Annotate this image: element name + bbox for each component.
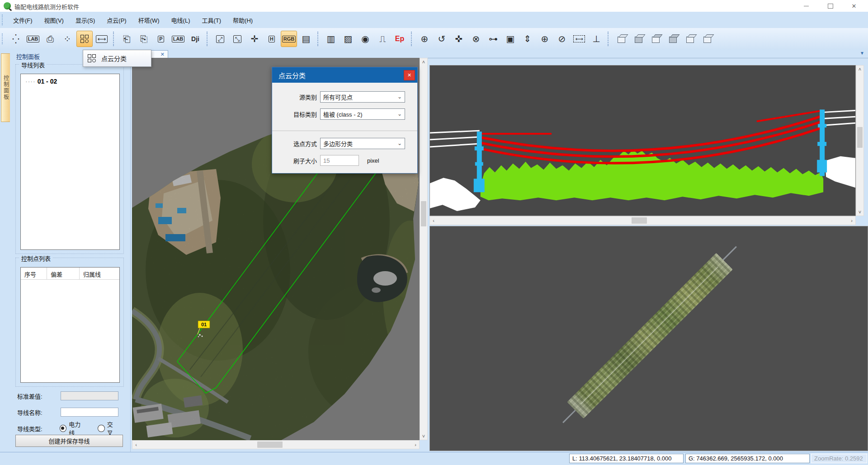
- scroll-down-icon[interactable]: ˅: [856, 208, 863, 216]
- docked-panel-tab[interactable]: 控制面板: [1, 53, 11, 122]
- table-column-header[interactable]: 归属线: [80, 268, 119, 279]
- cube-view-1-button[interactable]: [613, 31, 629, 47]
- restore-button[interactable]: [820, 0, 841, 12]
- wire-name-input[interactable]: [61, 408, 118, 417]
- image-view-icon: ▤: [302, 34, 311, 43]
- ep-button[interactable]: Ep: [392, 31, 408, 47]
- area-measure-button[interactable]: ▨: [340, 31, 356, 47]
- menu-view[interactable]: 视图(V): [38, 14, 70, 26]
- histogram-report-button[interactable]: ⎍: [374, 31, 391, 47]
- height-color-button[interactable]: H: [264, 31, 280, 47]
- profile-horizontal-scrollbar[interactable]: ‹ ›: [429, 216, 856, 225]
- source-class-select[interactable]: 所有可见点 ⌄: [320, 91, 405, 103]
- std-dev-input[interactable]: [61, 391, 118, 400]
- profile-vertical-scrollbar[interactable]: ˄ ˅: [856, 65, 864, 216]
- width-measure-button[interactable]: ⟷: [94, 31, 110, 47]
- open-project-button[interactable]: ⎗: [118, 31, 135, 47]
- point-cloud-classify-button[interactable]: [76, 31, 93, 47]
- table-column-header[interactable]: 序号: [21, 268, 47, 279]
- stamp-classify-button[interactable]: ⎙: [42, 31, 58, 47]
- table-column-header[interactable]: 偏差: [47, 268, 80, 279]
- menu-display[interactable]: 显示(S): [70, 14, 101, 26]
- dialog-close-button[interactable]: ✕: [404, 70, 415, 80]
- menu-tower[interactable]: 杆塔(W): [132, 14, 165, 26]
- remove-circle-button[interactable]: ⊘: [554, 31, 570, 47]
- cube-view-4-button[interactable]: [665, 31, 681, 47]
- cube-view-5-button[interactable]: [682, 31, 698, 47]
- menu-pointcloud[interactable]: 点云(P): [101, 14, 132, 26]
- pan-hand-icon: ✛: [251, 34, 259, 43]
- target-class-select[interactable]: 植被 (class - 2) ⌄: [320, 108, 405, 120]
- fit-view-icon: ⤡: [233, 35, 241, 43]
- menu-file[interactable]: 文件(F): [7, 14, 38, 26]
- tab-list-dropdown-icon[interactable]: ▼: [860, 51, 864, 56]
- topdown-view-canvas[interactable]: [429, 226, 868, 451]
- vertical-range-button[interactable]: ⇕: [519, 31, 536, 47]
- scroll-left-icon[interactable]: ‹: [132, 441, 140, 448]
- zoom-in-point-button[interactable]: ⊕: [416, 31, 433, 47]
- undo-view-button[interactable]: ↺: [434, 31, 450, 47]
- wire-list-group: 导线列表 ····01 - 02: [15, 64, 124, 254]
- scroll-down-icon[interactable]: ˅: [420, 432, 427, 440]
- scroll-right-icon[interactable]: ›: [412, 441, 419, 448]
- wire-listbox[interactable]: ····01 - 02: [20, 74, 120, 250]
- save-button[interactable]: ⎘: [136, 31, 152, 47]
- image-view-button[interactable]: ▤: [298, 31, 314, 47]
- minimize-button[interactable]: [796, 0, 816, 12]
- lab-report-button[interactable]: LAB: [170, 31, 186, 47]
- add-circle-button[interactable]: ⊕: [537, 31, 553, 47]
- p-report-button[interactable]: P: [153, 31, 169, 47]
- vertical-range-icon: ⇕: [524, 34, 532, 43]
- scatter-ratio-button[interactable]: ⁘: [59, 31, 75, 47]
- fit-view-button[interactable]: ⤡: [229, 31, 245, 47]
- distance-capsule-button[interactable]: ⊶: [485, 31, 501, 47]
- dialog-title: 点云分类: [278, 70, 306, 80]
- cube-view-3-button[interactable]: [647, 31, 664, 47]
- rgb-color-button[interactable]: RGB: [281, 31, 297, 47]
- cube-view-2-button[interactable]: [630, 31, 646, 47]
- scroll-left-icon[interactable]: ‹: [430, 217, 437, 224]
- drop-line-button[interactable]: ⊥: [588, 31, 604, 47]
- create-save-wire-button[interactable]: 创建并保存导线: [15, 435, 123, 447]
- dji-button[interactable]: Dji: [187, 31, 203, 47]
- cube-view-6-button[interactable]: [699, 31, 715, 47]
- tab-close-icon[interactable]: ✕: [160, 52, 165, 57]
- brush-size-input[interactable]: 15: [320, 155, 359, 166]
- grid-doc-button[interactable]: ▣: [502, 31, 519, 47]
- menu-help[interactable]: 帮助(H): [227, 14, 259, 26]
- move-point-icon: ✜: [455, 34, 463, 43]
- scrollbar-thumb[interactable]: [857, 127, 863, 148]
- scroll-up-icon[interactable]: ˄: [420, 58, 427, 66]
- center-vertical-scrollbar[interactable]: ˄ ˅: [420, 58, 428, 440]
- grid-doc-icon: ▣: [506, 34, 515, 43]
- zoom-extents-button[interactable]: ⤢: [212, 31, 228, 47]
- scrollbar-thumb[interactable]: [257, 442, 283, 448]
- classify-grid-icon: [88, 54, 96, 62]
- label-tag-icon: LAB: [27, 36, 40, 42]
- scrollbar-thumb[interactable]: [421, 201, 426, 226]
- close-button[interactable]: ✕: [844, 0, 864, 12]
- location-pin-button[interactable]: ◉: [357, 31, 373, 47]
- profile-view-canvas[interactable]: [429, 65, 856, 216]
- scrollbar-thumb[interactable]: [632, 217, 647, 224]
- menu-tools[interactable]: 工具(T): [196, 14, 227, 26]
- scroll-up-icon[interactable]: ˄: [856, 66, 863, 73]
- move-point-button[interactable]: ✜: [451, 31, 467, 47]
- control-point-table[interactable]: 序号 偏差 归属线: [20, 267, 120, 383]
- scatter-ratio-icon: ⁘: [64, 34, 71, 43]
- minimize-icon: [804, 6, 809, 6]
- ruler-measure-button[interactable]: ▥: [323, 31, 339, 47]
- strip-tail: [722, 246, 737, 261]
- delete-point-button[interactable]: ⊗: [468, 31, 484, 47]
- dialog-title-bar[interactable]: 点云分类: [272, 67, 417, 83]
- ep-icon: Ep: [395, 35, 404, 42]
- dashed-select-button[interactable]: ⟷: [571, 31, 587, 47]
- pan-hand-button[interactable]: ✛: [246, 31, 263, 47]
- tower-point-cloud-button[interactable]: ⁛: [8, 31, 24, 47]
- scroll-right-icon[interactable]: ›: [848, 217, 855, 224]
- pick-mode-select[interactable]: 多边形分类 ⌄: [320, 138, 405, 149]
- label-tag-button[interactable]: LAB: [25, 31, 41, 47]
- wire-list-item[interactable]: ····01 - 02: [21, 74, 119, 85]
- menu-wire[interactable]: 电线(L): [165, 14, 196, 26]
- center-horizontal-scrollbar[interactable]: ‹ ›: [132, 440, 420, 449]
